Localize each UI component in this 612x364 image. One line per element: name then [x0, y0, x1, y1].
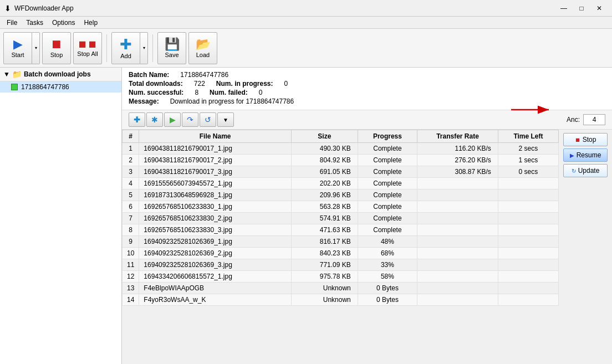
- col-size: Size: [291, 130, 358, 143]
- cell-filename: 169409232528102636​9_1.jpg: [139, 236, 292, 248]
- table-row[interactable]: 3 169043811821679001​7_3.jpg 691.05 KB C…: [123, 166, 559, 178]
- info-row-3: Num. successful: 8 Num. failed: 0: [129, 89, 605, 96]
- cell-progress: 0 Bytes: [358, 294, 417, 306]
- cell-filename: 169265768510623383​0_2.jpg: [139, 213, 292, 224]
- anc-input[interactable]: [583, 114, 605, 125]
- menu-help[interactable]: Help: [79, 18, 102, 28]
- resume-button[interactable]: ▶ Resume: [563, 148, 608, 162]
- table-row[interactable]: 13 F4eBlpoWIAApOGB Unknown 0 Bytes: [123, 283, 559, 294]
- cell-size: 840.23 KB: [291, 248, 358, 259]
- add-label: Add: [120, 53, 131, 59]
- cell-num: 14: [123, 294, 139, 306]
- cell-progress: Complete: [358, 155, 417, 166]
- sidebar: ▼ 📁 Batch download jobs 1718864747786: [0, 68, 122, 364]
- stop-ctrl-label: Stop: [583, 136, 596, 143]
- cell-rate: [417, 189, 498, 201]
- stop-ctrl-button[interactable]: ⏹ Stop: [563, 133, 608, 146]
- start-selected-button[interactable]: ▶: [164, 112, 181, 127]
- table-row[interactable]: 4 169155565607394557​2_1.jpg 202.20 KB C…: [123, 178, 559, 189]
- action-buttons: ✚ ✱ ▶ ↷ ↺ ▼: [129, 112, 234, 127]
- title-bar-left: ⬇ WFDownloader App: [4, 4, 74, 13]
- cell-time: [498, 294, 558, 306]
- file-table-container: # File Name Size Progress Transfer Rate …: [122, 130, 559, 364]
- cell-filename: 169409232528102636​9_2.jpg: [139, 248, 292, 259]
- add-multi-button[interactable]: ✱: [146, 112, 163, 127]
- resume-icon: ▶: [570, 152, 574, 158]
- add-button[interactable]: ✚ Add: [111, 32, 140, 64]
- start-btn-group: ▶ Start ▾: [3, 32, 40, 64]
- cell-time: [498, 178, 558, 189]
- start-button[interactable]: ▶ Start: [3, 32, 32, 64]
- cell-filename: F4yoR3oWsAA_w_K: [139, 294, 292, 306]
- message-value: Download in progress for 1718864747786: [170, 98, 294, 105]
- title-bar: ⬇ WFDownloader App — □ ✕: [0, 0, 612, 17]
- num-failed-label: Num. failed:: [210, 89, 248, 96]
- sidebar-item-batch[interactable]: 1718864747786: [0, 81, 121, 93]
- cell-num: 11: [123, 259, 139, 271]
- stop-button[interactable]: ⏹ Stop: [42, 32, 71, 64]
- table-row[interactable]: 6 169265768510623383​0_1.jpg 563.28 KB C…: [123, 201, 559, 213]
- close-button[interactable]: ✕: [591, 3, 608, 14]
- sidebar-section-label: Batch download jobs: [24, 70, 91, 78]
- retry-button[interactable]: ↷: [182, 112, 198, 127]
- folder-icon: 📁: [12, 70, 22, 79]
- cell-time: [498, 213, 558, 224]
- add-url-button[interactable]: ✚: [129, 112, 145, 127]
- cell-filename: 169265768510623383​0_3.jpg: [139, 224, 292, 236]
- cell-progress: 68%: [358, 248, 417, 259]
- cell-rate: [417, 224, 498, 236]
- batch-name-value: 1718864747786: [180, 71, 228, 79]
- stop-icon: ⏹: [50, 38, 63, 50]
- menu-file[interactable]: File: [2, 18, 22, 28]
- save-button[interactable]: 💾 Save: [157, 32, 186, 64]
- table-row[interactable]: 12 169433420660681557​2_1.jpg 975.78 KB …: [123, 271, 559, 283]
- cell-rate: [417, 213, 498, 224]
- cell-num: 4: [123, 178, 139, 189]
- table-row[interactable]: 11 169409232528102636​9_3.jpg 771.09 KB …: [123, 259, 559, 271]
- minimize-button[interactable]: —: [555, 3, 572, 14]
- col-time: Time Left: [498, 130, 558, 143]
- table-row[interactable]: 1 169043811821679001​7_1.jpg 490.30 KB C…: [123, 143, 559, 155]
- toolbar: ▶ Start ▾ ⏹ Stop ⏹⏹ Stop All ✚ Add ▾ 💾 S…: [0, 29, 612, 68]
- title-bar-controls: — □ ✕: [555, 3, 608, 14]
- cell-filename: 169043811821679001​7_1.jpg: [139, 143, 292, 155]
- cell-size: 471.63 KB: [291, 224, 358, 236]
- cell-rate: 308.87 KB/s: [417, 166, 498, 178]
- table-row[interactable]: 7 169265768510623383​0_2.jpg 574.91 KB C…: [123, 213, 559, 224]
- refresh-button[interactable]: ↺: [200, 112, 216, 127]
- cell-time: 0 secs: [498, 166, 558, 178]
- start-label: Start: [11, 52, 24, 58]
- update-button[interactable]: ↻ Update: [563, 164, 608, 177]
- table-row[interactable]: 5 169187313064859692​8_1.jpg 209.96 KB C…: [123, 189, 559, 201]
- cell-rate: [417, 178, 498, 189]
- cell-progress: 33%: [358, 259, 417, 271]
- cell-progress: Complete: [358, 213, 417, 224]
- more-button[interactable]: ▼: [217, 112, 234, 127]
- cell-filename: 169043811821679001​7_2.jpg: [139, 155, 292, 166]
- anc-label: Anc:: [567, 116, 580, 124]
- cell-time: [498, 248, 558, 259]
- cell-filename: F4eBlpoWIAApOGB: [139, 283, 292, 294]
- table-row[interactable]: 8 169265768510623383​0_3.jpg 471.63 KB C…: [123, 224, 559, 236]
- menu-options[interactable]: Options: [48, 18, 79, 28]
- cell-size: 202.20 KB: [291, 178, 358, 189]
- cell-time: 1 secs: [498, 155, 558, 166]
- add-dropdown[interactable]: ▾: [140, 32, 148, 64]
- cell-filename: 169409232528102636​9_3.jpg: [139, 259, 292, 271]
- cell-time: [498, 224, 558, 236]
- cell-num: 7: [123, 213, 139, 224]
- maximize-button[interactable]: □: [573, 3, 590, 14]
- cell-rate: [417, 294, 498, 306]
- table-row[interactable]: 9 169409232528102636​9_1.jpg 816.17 KB 4…: [123, 236, 559, 248]
- stop-all-button[interactable]: ⏹⏹ Stop All: [73, 32, 102, 64]
- table-row[interactable]: 14 F4yoR3oWsAA_w_K Unknown 0 Bytes: [123, 294, 559, 306]
- cell-num: 8: [123, 224, 139, 236]
- load-button[interactable]: 📂 Load: [188, 32, 217, 64]
- action-bar: ✚ ✱ ▶ ↷ ↺ ▼ Anc:: [122, 110, 612, 130]
- sidebar-section-batch[interactable]: ▼ 📁 Batch download jobs: [0, 68, 121, 81]
- table-row[interactable]: 2 169043811821679001​7_2.jpg 804.92 KB C…: [123, 155, 559, 166]
- cell-time: [498, 201, 558, 213]
- menu-tasks[interactable]: Tasks: [22, 18, 48, 28]
- table-row[interactable]: 10 169409232528102636​9_2.jpg 840.23 KB …: [123, 248, 559, 259]
- start-dropdown[interactable]: ▾: [32, 32, 40, 64]
